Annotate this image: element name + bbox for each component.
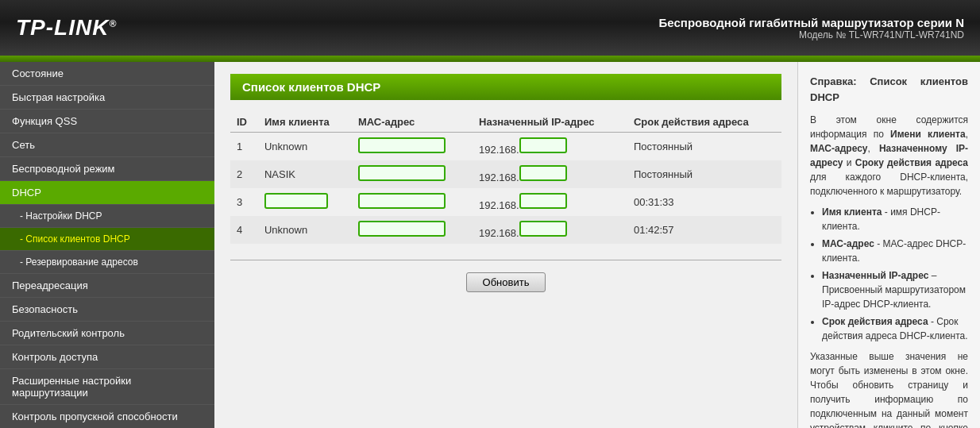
- sidebar-item-forwarding[interactable]: Переадресация: [0, 274, 214, 298]
- section-title: Список клиентов DHCP: [230, 74, 781, 100]
- sidebar-item-quick-setup[interactable]: Быстрая настройка: [0, 86, 214, 110]
- ip-field: [519, 221, 567, 237]
- refresh-button[interactable]: Обновить: [466, 272, 546, 292]
- ip-prefix: 192.168.: [479, 172, 519, 183]
- cell-id: 4: [230, 216, 258, 244]
- col-lease: Срок действия адреса: [627, 112, 781, 133]
- cell-mac: [352, 188, 473, 216]
- col-mac: МАС-адрес: [352, 112, 473, 133]
- ip-prefix: 192.168.: [479, 227, 519, 239]
- logo: TP-LINK®: [16, 15, 117, 40]
- cell-name: Unknown: [258, 133, 352, 161]
- sidebar-item-network[interactable]: Сеть: [0, 133, 214, 157]
- divider: [230, 260, 781, 260]
- mac-field: [358, 165, 446, 181]
- help-list: Имя клиента - имя DHCP-клиента. МАС-адре…: [822, 205, 968, 343]
- ip-field: [519, 165, 567, 181]
- mac-field: [358, 193, 446, 209]
- sidebar-item-dhcp-reservation[interactable]: - Резервирование адресов: [0, 251, 214, 274]
- cell-ip: 192.168.: [473, 160, 627, 188]
- help-list-item: Назначенный IP-адрес – Присвоенный маршр…: [822, 268, 968, 311]
- cell-mac: [352, 216, 473, 244]
- cell-ip: 192.168.: [473, 133, 627, 161]
- green-bar: [0, 56, 980, 62]
- cell-lease: 00:31:33: [627, 188, 781, 216]
- sidebar-item-dhcp[interactable]: DHCP: [0, 181, 214, 205]
- right-panel: Справка: Список клиентов DHCP В этом окн…: [797, 62, 980, 428]
- trademark: ®: [109, 18, 117, 29]
- help-paragraph1: В этом окне содержится информация по Име…: [810, 113, 968, 199]
- name-field: [264, 193, 328, 209]
- help-title: Справка: Список клиентов DHCP: [810, 74, 968, 105]
- sidebar-item-access-control[interactable]: Контроль доступа: [0, 345, 214, 369]
- help-list-item: Имя клиента - имя DHCP-клиента.: [822, 205, 968, 233]
- col-name: Имя клиента: [258, 112, 352, 133]
- cell-lease: Постоянный: [627, 160, 781, 188]
- cell-ip: 192.168.: [473, 216, 627, 244]
- main-content: Список клиентов DHCP ID Имя клиента МАС-…: [214, 62, 797, 428]
- cell-mac: [352, 160, 473, 188]
- sidebar: Состояние Быстрая настройка Функция QSS …: [0, 62, 214, 428]
- sidebar-item-bandwidth[interactable]: Контроль пропускной способности: [0, 405, 214, 428]
- cell-id: 1: [230, 133, 258, 161]
- sidebar-item-qss[interactable]: Функция QSS: [0, 110, 214, 133]
- table-row: 4Unknown192.168.01:42:57: [230, 216, 781, 244]
- cell-ip: 192.168.: [473, 188, 627, 216]
- col-ip: Назначенный IP-адрес: [473, 112, 627, 133]
- cell-mac: [352, 133, 473, 161]
- header: TP-LINK® Беспроводной гигабитный маршрут…: [0, 0, 980, 56]
- table-row: 2NASIK192.168.Постоянный: [230, 160, 781, 188]
- sidebar-item-status[interactable]: Состояние: [0, 62, 214, 86]
- mac-field: [358, 221, 446, 237]
- ip-field: [519, 193, 567, 209]
- ip-prefix: 192.168.: [479, 199, 519, 211]
- sidebar-item-routing[interactable]: Расширенные настройки маршрутизации: [0, 369, 214, 405]
- cell-id: 2: [230, 160, 258, 188]
- cell-lease: Постоянный: [627, 133, 781, 161]
- header-info: Беспроводной гигабитный маршрутизатор се…: [659, 16, 964, 40]
- layout: Состояние Быстрая настройка Функция QSS …: [0, 62, 980, 428]
- help-list-item: МАС-адрес - МАС-адрес DHCP-клиента.: [822, 237, 968, 265]
- mac-field: [358, 137, 446, 153]
- sidebar-item-dhcp-clients[interactable]: - Список клиентов DHCP: [0, 228, 214, 251]
- sidebar-item-dhcp-settings[interactable]: - Настройки DHCP: [0, 205, 214, 228]
- help-paragraph2: Указанные выше значения не могут быть из…: [810, 349, 968, 428]
- dhcp-table: ID Имя клиента МАС-адрес Назначенный IP-…: [230, 112, 781, 244]
- sidebar-item-wireless[interactable]: Беспроводной режим: [0, 157, 214, 181]
- header-title: Беспроводной гигабитный маршрутизатор се…: [659, 16, 964, 29]
- ip-field: [519, 137, 567, 153]
- col-id: ID: [230, 112, 258, 133]
- logo-text: TP-LINK: [16, 15, 109, 40]
- cell-id: 3: [230, 188, 258, 216]
- ip-prefix: 192.168.: [479, 144, 519, 156]
- table-row: 3192.168.00:31:33: [230, 188, 781, 216]
- cell-lease: 01:42:57: [627, 216, 781, 244]
- help-list-item: Срок действия адреса - Срок действия адр…: [822, 314, 968, 343]
- header-model: Модель № TL-WR741N/TL-WR741ND: [659, 29, 964, 40]
- cell-name: [258, 188, 352, 216]
- sidebar-item-parental[interactable]: Родительский контроль: [0, 322, 214, 345]
- cell-name: Unknown: [258, 216, 352, 244]
- table-row: 1Unknown192.168.Постоянный: [230, 133, 781, 161]
- cell-name: NASIK: [258, 160, 352, 188]
- sidebar-item-security[interactable]: Безопасность: [0, 298, 214, 322]
